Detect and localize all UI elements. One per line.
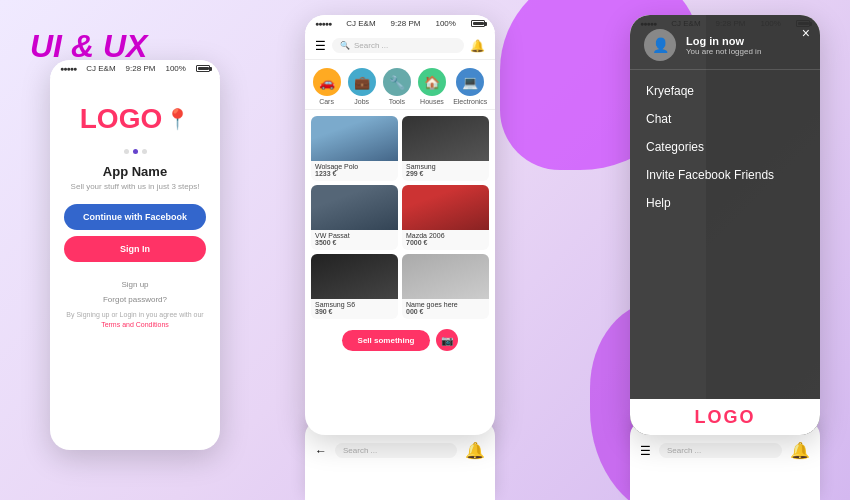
category-item-tools[interactable]: 🔧 Tools [383,68,411,105]
close-button[interactable]: × [802,25,810,41]
login-info: Log in now You are not logged in [686,35,761,56]
login-sub: You are not logged in [686,47,761,56]
notification-icon-bottom[interactable]: 🔔 [465,441,485,460]
sell-button[interactable]: Sell something [342,330,431,351]
listing-name-2: VW Passat [315,232,394,239]
cat-label-0: Cars [319,98,334,105]
hamburger-icon[interactable]: ☰ [315,39,326,53]
listing-card-5[interactable]: Name goes here 000 € [402,254,489,319]
listing-info-1: Samsung 299 € [402,161,489,181]
avatar: 👤 [644,29,676,61]
menu-header: 👤 Log in now You are not logged in [630,15,820,70]
terms-text: By Signing up or Login in you agree with… [64,310,206,330]
listing-price-4: 390 € [315,308,394,315]
listing-info-5: Name goes here 000 € [402,299,489,319]
signin-button[interactable]: Sign In [64,236,206,262]
carrier-phone1: CJ E&M [86,64,115,73]
menu-overlay: × 👤 Log in now You are not logged in Kry… [630,15,820,435]
listing-price-3: 7000 € [406,239,485,246]
menu-items-list: KryefaqeChatCategoriesInvite Facebook Fr… [630,70,820,224]
app-name: App Name [103,164,167,179]
terms-link[interactable]: Terms and Conditions [101,321,169,328]
facebook-login-button[interactable]: Continue with Facebook [64,204,206,230]
listing-img-2 [311,185,398,230]
signal-dots-2: ●●●●● [315,20,331,27]
dot-3 [142,149,147,154]
bottom-search-input[interactable]: Search ... [335,443,457,458]
menu-item-categories[interactable]: Categories [646,138,804,156]
menu-item-invite-facebook-friends[interactable]: Invite Facebook Friends [646,166,804,184]
category-item-cars[interactable]: 🚗 Cars [313,68,341,105]
listing-img-0 [311,116,398,161]
cat-label-3: Houses [420,98,444,105]
listing-info-3: Mazda 2006 7000 € [402,230,489,250]
cat-label-1: Jobs [354,98,369,105]
auth-links: Sign up Forgot password? By Signing up o… [64,280,206,330]
menu-item-kryefaqe[interactable]: Kryefaqe [646,82,804,100]
phone-marketplace: ●●●●● CJ E&M 9:28 PM 100% ☰ 🔍 Search ...… [305,15,495,435]
listing-card-2[interactable]: VW Passat 3500 € [311,185,398,250]
categories-row: 🚗 Cars 💼 Jobs 🔧 Tools 🏠 Houses 💻 Electro… [305,60,495,110]
bottom-right-search: ☰ Search ... 🔔 [630,437,820,464]
bottom-left-search: ← Search ... 🔔 [305,437,495,464]
listing-price-0: 1233 € [315,170,394,177]
marketplace-header: ☰ 🔍 Search ... 🔔 [305,32,495,60]
back-arrow-icon[interactable]: ← [315,444,327,458]
cat-icon-2: 🔧 [383,68,411,96]
battery-phone1: 100% [165,64,185,73]
battery-icon-phone1 [196,65,210,72]
menu-logo: LOGO [695,407,756,428]
login-title: Log in now [686,35,761,47]
category-item-jobs[interactable]: 💼 Jobs [348,68,376,105]
listings-grid: Wolsage Polo 1233 € Samsung 299 € VW Pas… [305,110,495,325]
menu-item-help[interactable]: Help [646,194,804,212]
listing-card-3[interactable]: Mazda 2006 7000 € [402,185,489,250]
dot-2 [133,149,138,154]
battery-icon-phone2 [471,20,485,27]
listing-name-0: Wolsage Polo [315,163,394,170]
cat-icon-0: 🚗 [313,68,341,96]
search-bar[interactable]: 🔍 Search ... [332,38,464,53]
hamburger-bottom-right[interactable]: ☰ [640,444,651,458]
listing-name-5: Name goes here [406,301,485,308]
sell-bar: Sell something 📷 [305,325,495,355]
battery-phone2: 100% [435,19,455,28]
menu-logo-bar: LOGO [630,399,820,435]
menu-item-chat[interactable]: Chat [646,110,804,128]
listing-name-1: Samsung [406,163,485,170]
dot-1 [124,149,129,154]
listing-card-4[interactable]: Samsung S6 390 € [311,254,398,319]
app-subtitle: Sell your stuff with us in just 3 steps! [71,181,200,192]
carrier-phone2: CJ E&M [346,19,375,28]
listing-img-5 [402,254,489,299]
cat-icon-3: 🏠 [418,68,446,96]
bottom-right-search-input[interactable]: Search ... [659,443,782,458]
signup-link[interactable]: Sign up [121,280,148,289]
pin-icon: 📍 [165,107,190,131]
cat-icon-4: 💻 [456,68,484,96]
listing-info-0: Wolsage Polo 1233 € [311,161,398,181]
notification-icon-bottom-right[interactable]: 🔔 [790,441,810,460]
listing-info-2: VW Passat 3500 € [311,230,398,250]
cat-label-2: Tools [389,98,405,105]
listing-img-1 [402,116,489,161]
listing-name-4: Samsung S6 [315,301,394,308]
listing-img-4 [311,254,398,299]
category-item-houses[interactable]: 🏠 Houses [418,68,446,105]
listing-price-5: 000 € [406,308,485,315]
status-bar-phone2: ●●●●● CJ E&M 9:28 PM 100% [305,15,495,32]
listing-img-3 [402,185,489,230]
camera-button[interactable]: 📷 [436,329,458,351]
listing-card-1[interactable]: Samsung 299 € [402,116,489,181]
category-item-electronics[interactable]: 💻 Electronics [453,68,487,105]
cat-label-4: Electronics [453,98,487,105]
listing-card-0[interactable]: Wolsage Polo 1233 € [311,116,398,181]
main-title: UI & UX [30,28,147,65]
pagination-dots [124,149,147,154]
notification-bell-icon[interactable]: 🔔 [470,39,485,53]
phone-menu: ●●●●● CJ E&M 9:28 PM 100% × 👤 Log in now… [630,15,820,435]
listing-price-2: 3500 € [315,239,394,246]
time-phone1: 9:28 PM [126,64,156,73]
phone1-logo: LOGO 📍 [80,103,190,135]
forgot-link[interactable]: Forgot password? [103,295,167,304]
